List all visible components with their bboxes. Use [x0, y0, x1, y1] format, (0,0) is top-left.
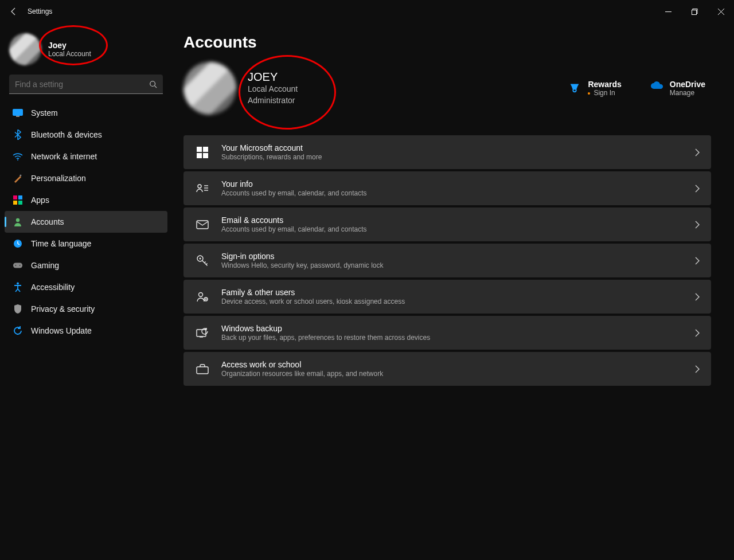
- sidebar-item-bluetooth[interactable]: Bluetooth & devices: [5, 124, 167, 146]
- backup-icon: [195, 326, 210, 340]
- svg-point-29: [200, 257, 201, 259]
- svg-rect-8: [13, 195, 17, 199]
- personalization-icon: [13, 173, 23, 183]
- back-button[interactable]: [7, 5, 21, 18]
- card-info[interactable]: Your infoAccounts used by email, calenda…: [184, 171, 711, 205]
- card-title: Your Microsoft account: [221, 143, 695, 152]
- nav-label: Network & internet: [31, 152, 97, 161]
- svg-point-23: [198, 185, 201, 188]
- rewards-link[interactable]: Rewards Sign In: [568, 80, 621, 97]
- card-subtitle: Back up your files, apps, preferences to…: [221, 334, 695, 342]
- sidebar-user[interactable]: Joey Local Account: [0, 29, 172, 75]
- sidebar-item-apps[interactable]: Apps: [5, 189, 167, 211]
- settings-cards: Your Microsoft accountSubscriptions, rew…: [184, 135, 711, 386]
- minimize-button[interactable]: [655, 2, 681, 21]
- card-family[interactable]: Family & other usersDevice access, work …: [184, 280, 711, 314]
- microsoft-icon: [195, 145, 210, 160]
- sidebar-user-name: Joey: [48, 41, 91, 50]
- card-key[interactable]: Sign-in optionsWindows Hello, security k…: [184, 244, 711, 277]
- sidebar-item-wifi[interactable]: Network & internet: [5, 146, 167, 167]
- svg-rect-20: [203, 147, 208, 152]
- gaming-icon: [13, 260, 23, 271]
- card-title: Windows backup: [221, 324, 695, 333]
- card-title: Your info: [221, 179, 695, 189]
- card-subtitle: Accounts used by email, calendar, and co…: [221, 225, 695, 233]
- svg-rect-6: [16, 116, 19, 117]
- search-input[interactable]: [15, 80, 149, 89]
- card-subtitle: Accounts used by email, calendar, and co…: [221, 189, 695, 197]
- chevron-right-icon: [695, 257, 700, 265]
- email-icon: [195, 217, 210, 232]
- nav-label: Accounts: [31, 217, 64, 226]
- family-icon: [195, 289, 210, 304]
- svg-line-4: [155, 85, 157, 88]
- sidebar-item-accounts[interactable]: Accounts: [5, 211, 167, 233]
- onedrive-sub: Manage: [670, 89, 705, 97]
- chevron-right-icon: [695, 185, 700, 193]
- card-title: Family & other users: [221, 288, 695, 297]
- nav-label: Privacy & security: [31, 304, 95, 314]
- onedrive-icon: [650, 81, 663, 93]
- info-icon: [195, 181, 210, 196]
- svg-point-12: [16, 218, 19, 222]
- card-email[interactable]: Email & accountsAccounts used by email, …: [184, 207, 711, 241]
- sidebar-item-update[interactable]: Windows Update: [5, 320, 167, 342]
- sidebar-item-accessibility[interactable]: Accessibility: [5, 276, 167, 298]
- rewards-icon: [568, 81, 581, 93]
- card-subtitle: Windows Hello, security key, password, d…: [221, 261, 695, 269]
- sidebar-item-personalization[interactable]: Personalization: [5, 167, 167, 189]
- svg-point-15: [15, 265, 17, 266]
- card-microsoft[interactable]: Your Microsoft accountSubscriptions, rew…: [184, 135, 711, 169]
- svg-point-18: [573, 89, 577, 92]
- privacy-icon: [13, 304, 23, 314]
- sidebar-item-gaming[interactable]: Gaming: [5, 254, 167, 276]
- nav-label: Personalization: [31, 174, 86, 183]
- system-icon: [13, 108, 23, 118]
- svg-point-30: [199, 292, 203, 296]
- nav-label: Windows Update: [31, 326, 92, 335]
- card-title: Email & accounts: [221, 216, 695, 225]
- chevron-right-icon: [695, 148, 700, 156]
- account-hero: JOEY Local Account Administrator Rewards…: [184, 62, 711, 115]
- nav-label: System: [31, 108, 58, 118]
- card-title: Sign-in options: [221, 252, 695, 261]
- nav-label: Bluetooth & devices: [31, 130, 102, 139]
- svg-rect-9: [18, 195, 22, 199]
- svg-point-16: [19, 265, 21, 266]
- svg-rect-10: [13, 201, 17, 205]
- avatar: [184, 62, 236, 115]
- chevron-right-icon: [695, 293, 700, 301]
- maximize-button[interactable]: [681, 2, 708, 21]
- search-box[interactable]: [9, 75, 163, 94]
- sidebar-user-subtitle: Local Account: [48, 50, 91, 58]
- svg-rect-11: [18, 201, 22, 205]
- chevron-right-icon: [695, 365, 700, 373]
- svg-rect-34: [197, 330, 206, 336]
- accounts-icon: [13, 217, 23, 227]
- sidebar-item-time[interactable]: Time & language: [5, 233, 167, 254]
- chevron-right-icon: [695, 329, 700, 337]
- search-icon: [149, 80, 157, 88]
- svg-rect-21: [197, 153, 202, 158]
- sidebar-item-system[interactable]: System: [5, 102, 167, 124]
- nav-label: Apps: [31, 195, 49, 205]
- avatar: [9, 33, 41, 65]
- card-backup[interactable]: Windows backupBack up your files, apps, …: [184, 316, 711, 350]
- briefcase-icon: [195, 362, 210, 377]
- svg-point-17: [17, 283, 19, 285]
- card-briefcase[interactable]: Access work or schoolOrganization resour…: [184, 352, 711, 386]
- chevron-right-icon: [695, 221, 700, 229]
- svg-rect-2: [692, 10, 696, 14]
- onedrive-title: OneDrive: [670, 80, 705, 89]
- nav: SystemBluetooth & devicesNetwork & inter…: [0, 102, 172, 342]
- svg-rect-14: [13, 263, 22, 268]
- app-title: Settings: [28, 7, 52, 15]
- onedrive-link[interactable]: OneDrive Manage: [650, 80, 705, 97]
- wifi-icon: [13, 151, 23, 162]
- svg-rect-5: [13, 109, 23, 116]
- sidebar-item-privacy[interactable]: Privacy & security: [5, 298, 167, 320]
- accessibility-icon: [13, 282, 23, 292]
- hero-account-type: Local Account: [248, 84, 298, 95]
- close-button[interactable]: [708, 2, 734, 21]
- svg-rect-35: [197, 367, 208, 374]
